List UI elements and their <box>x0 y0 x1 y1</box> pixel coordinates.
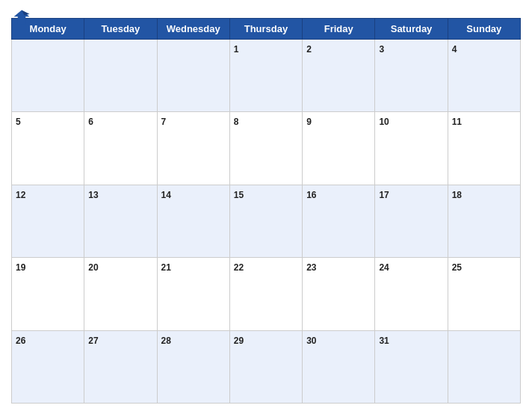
calendar-day-15: 15 <box>229 185 302 257</box>
calendar-day-12: 12 <box>12 185 84 257</box>
day-number: 15 <box>234 190 244 200</box>
day-number: 17 <box>379 190 389 200</box>
day-number: 22 <box>234 262 244 273</box>
day-number: 14 <box>161 190 171 200</box>
day-number: 1 <box>234 44 239 55</box>
day-number: 10 <box>379 117 389 127</box>
calendar-day-18: 18 <box>448 185 520 257</box>
weekday-header-sunday: Sunday <box>448 19 520 40</box>
day-number: 20 <box>88 262 98 273</box>
calendar-week-3: 12131415161718 <box>12 185 521 257</box>
day-number: 11 <box>452 117 462 127</box>
day-number: 29 <box>234 336 244 346</box>
day-number: 23 <box>306 262 316 273</box>
weekday-header-saturday: Saturday <box>375 19 448 40</box>
calendar-day-29: 29 <box>229 330 302 403</box>
day-number: 5 <box>16 117 21 127</box>
day-number: 16 <box>306 190 316 200</box>
calendar-day-16: 16 <box>303 185 375 257</box>
calendar-empty-cell <box>157 40 229 112</box>
day-number: 31 <box>379 336 389 346</box>
logo <box>11 7 34 28</box>
day-number: 3 <box>379 44 384 55</box>
weekday-header-friday: Friday <box>303 19 375 40</box>
day-number: 7 <box>161 117 167 127</box>
calendar-day-13: 13 <box>84 185 157 257</box>
calendar-day-25: 25 <box>448 258 520 330</box>
calendar-day-17: 17 <box>375 185 448 257</box>
day-number: 4 <box>452 44 457 55</box>
day-number: 24 <box>379 262 389 273</box>
calendar-day-9: 9 <box>303 112 375 185</box>
day-number: 30 <box>306 336 316 346</box>
calendar-week-1: 1234 <box>12 40 521 112</box>
calendar-day-26: 26 <box>12 330 84 403</box>
day-number: 18 <box>452 190 462 200</box>
calendar-day-10: 10 <box>375 112 448 185</box>
day-number: 13 <box>88 190 98 200</box>
day-number: 6 <box>88 117 93 127</box>
day-number: 27 <box>88 336 98 346</box>
day-number: 12 <box>16 190 25 200</box>
weekday-header-tuesday: Tuesday <box>84 19 157 40</box>
calendar-header-row: MondayTuesdayWednesdayThursdayFridaySatu… <box>12 19 521 40</box>
calendar-day-19: 19 <box>12 258 84 330</box>
day-number: 28 <box>161 336 171 346</box>
calendar-empty-cell <box>84 40 157 112</box>
calendar-day-14: 14 <box>157 185 229 257</box>
day-number: 2 <box>306 44 312 55</box>
calendar-day-23: 23 <box>303 258 375 330</box>
calendar-header <box>11 7 521 13</box>
calendar-day-11: 11 <box>448 112 520 185</box>
weekday-header-thursday: Thursday <box>229 19 302 40</box>
calendar-day-2: 2 <box>303 40 375 112</box>
calendar-day-20: 20 <box>84 258 157 330</box>
calendar-empty-cell <box>12 40 84 112</box>
calendar-day-27: 27 <box>84 330 157 403</box>
calendar-day-1: 1 <box>229 40 302 112</box>
logo-bird-icon <box>11 7 32 28</box>
calendar-body: 1234567891011121314151617181920212223242… <box>12 40 521 404</box>
calendar-day-6: 6 <box>84 112 157 185</box>
weekday-row: MondayTuesdayWednesdayThursdayFridaySatu… <box>12 19 521 40</box>
calendar-day-28: 28 <box>157 330 229 403</box>
day-number: 21 <box>161 262 171 273</box>
calendar-day-5: 5 <box>12 112 84 185</box>
svg-marker-0 <box>14 10 30 25</box>
calendar-day-4: 4 <box>448 40 520 112</box>
day-number: 8 <box>234 117 239 127</box>
calendar-table: MondayTuesdayWednesdayThursdayFridaySatu… <box>11 18 521 404</box>
calendar-day-31: 31 <box>375 330 448 403</box>
calendar-week-2: 567891011 <box>12 112 521 185</box>
calendar-day-21: 21 <box>157 258 229 330</box>
day-number: 9 <box>306 117 312 127</box>
day-number: 26 <box>16 336 25 346</box>
weekday-header-wednesday: Wednesday <box>157 19 229 40</box>
calendar-day-22: 22 <box>229 258 302 330</box>
calendar-week-5: 262728293031 <box>12 330 521 403</box>
day-number: 25 <box>452 262 462 273</box>
calendar-day-3: 3 <box>375 40 448 112</box>
day-number: 19 <box>16 262 25 273</box>
calendar-week-4: 19202122232425 <box>12 258 521 330</box>
calendar-empty-cell <box>448 330 520 403</box>
calendar-day-8: 8 <box>229 112 302 185</box>
calendar-day-7: 7 <box>157 112 229 185</box>
calendar-day-24: 24 <box>375 258 448 330</box>
calendar-day-30: 30 <box>303 330 375 403</box>
